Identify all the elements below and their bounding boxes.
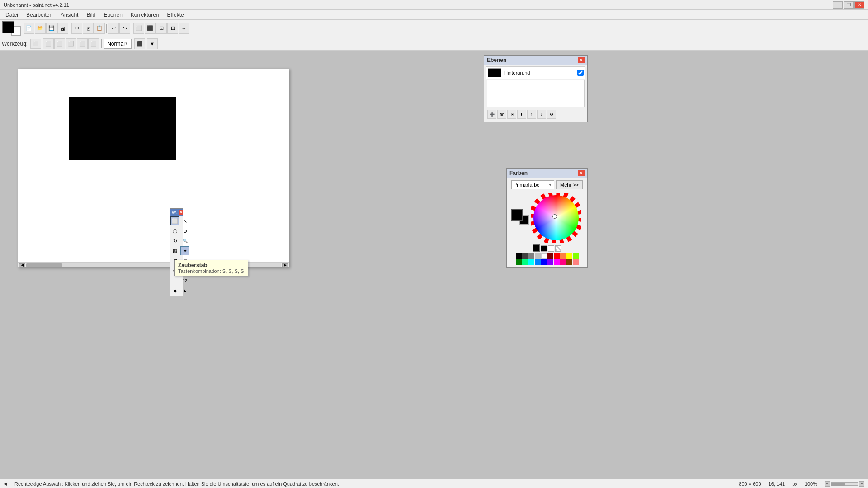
scroll-left-btn[interactable]: ◀ bbox=[19, 263, 25, 267]
tool-rectangle-select[interactable]: ⬜ bbox=[170, 216, 179, 225]
menu-bild[interactable]: Bild bbox=[83, 11, 99, 19]
swatch-gray[interactable] bbox=[528, 253, 534, 259]
swatch-yellow[interactable] bbox=[566, 253, 572, 259]
h-scrollbar[interactable]: ◀ ▶ bbox=[18, 262, 289, 267]
swatch-white[interactable] bbox=[541, 253, 547, 259]
swatch-red[interactable] bbox=[554, 253, 560, 259]
color-pick-btn[interactable]: ⬛ bbox=[134, 38, 145, 49]
black-swatch[interactable] bbox=[533, 244, 540, 252]
white-swatch[interactable] bbox=[548, 245, 554, 252]
tool-move[interactable]: ↖ bbox=[180, 216, 189, 225]
swatch-springgreen[interactable] bbox=[522, 259, 528, 265]
tool-zoom2[interactable]: 🔍 bbox=[180, 236, 189, 245]
black-swatch2[interactable] bbox=[541, 245, 547, 252]
tool-lasso[interactable]: ◯ bbox=[170, 226, 179, 235]
layer-dup-btn[interactable]: ⎘ bbox=[507, 110, 516, 119]
color-pick-btn2[interactable]: ▼ bbox=[147, 38, 158, 49]
foreground-color-box[interactable] bbox=[2, 21, 14, 33]
mehr-button[interactable]: Mehr >> bbox=[556, 180, 583, 189]
menu-effekte[interactable]: Effekte bbox=[164, 11, 188, 19]
paste-button[interactable]: 📋 bbox=[94, 23, 105, 34]
foreground-color[interactable] bbox=[511, 209, 523, 221]
swatch-green[interactable] bbox=[516, 259, 522, 265]
new-button[interactable]: 📄 bbox=[24, 23, 34, 34]
copy-button[interactable]: ⎘ bbox=[83, 23, 94, 34]
layer-up-btn[interactable]: ↑ bbox=[527, 110, 536, 119]
tool-numbers[interactable]: 12 bbox=[180, 276, 189, 285]
flip-h-button[interactable]: ↔ bbox=[179, 23, 189, 34]
colors-close-button[interactable]: ✕ bbox=[578, 170, 585, 176]
deselect-button[interactable]: ⬜ bbox=[133, 23, 144, 34]
scroll-right-btn[interactable]: ▶ bbox=[282, 263, 288, 267]
shape-opt4[interactable]: ⬜ bbox=[77, 38, 88, 49]
swatch-lime[interactable] bbox=[573, 253, 579, 259]
swatch-azure[interactable] bbox=[535, 259, 541, 265]
tool-rotate-zoom[interactable]: ↻ bbox=[170, 236, 179, 245]
swatch-magenta[interactable] bbox=[554, 259, 560, 265]
swatch-salmon[interactable] bbox=[573, 259, 579, 265]
layer-row[interactable]: Hintergrund bbox=[486, 66, 585, 79]
primary-select-box[interactable]: Primärfarbe ▼ bbox=[511, 180, 554, 189]
close-button[interactable]: ✕ bbox=[854, 1, 864, 9]
color-wheel-disc[interactable] bbox=[533, 195, 579, 240]
tool-size-box[interactable]: ⬜ bbox=[30, 39, 41, 49]
layer-props-btn[interactable]: ⚙ bbox=[547, 110, 556, 119]
scroll-left-indicator[interactable]: ◀ bbox=[4, 481, 7, 486]
color-wheel[interactable] bbox=[531, 193, 581, 243]
menu-datei[interactable]: Datei bbox=[2, 11, 22, 19]
layer-visibility-checkbox[interactable] bbox=[577, 70, 584, 76]
zoom-slider-thumb[interactable] bbox=[831, 483, 845, 486]
redo-button[interactable]: ↪ bbox=[119, 23, 130, 34]
menu-bearbeiten[interactable]: Bearbeiten bbox=[23, 11, 56, 19]
minimize-button[interactable]: ─ bbox=[833, 1, 843, 9]
resize-button[interactable]: ⊞ bbox=[167, 23, 178, 34]
layer-delete-btn[interactable]: 🗑 bbox=[497, 110, 506, 119]
tool-shape[interactable]: ◆ bbox=[170, 286, 179, 295]
swatch-darkgray[interactable] bbox=[522, 253, 528, 259]
swatch-lightgray[interactable] bbox=[535, 253, 541, 259]
tool-magic-wand[interactable]: ✦ bbox=[180, 246, 189, 255]
menu-ansicht[interactable]: Ansicht bbox=[57, 11, 82, 19]
open-button[interactable]: 📂 bbox=[35, 23, 46, 34]
tool-paintbucket[interactable]: ▨ bbox=[170, 246, 179, 255]
menu-korrekturen[interactable]: Korrekturen bbox=[127, 11, 163, 19]
mode-label: Normal bbox=[107, 41, 125, 47]
canvas-scroll-area[interactable]: ◀ ▶ bbox=[0, 51, 868, 482]
swatch-violet[interactable] bbox=[547, 259, 553, 265]
zoom-slider-track[interactable] bbox=[831, 482, 858, 486]
toolbox-close-button[interactable]: ✕ bbox=[179, 210, 183, 215]
mode-selector[interactable]: Normal ▼ bbox=[104, 39, 132, 49]
swatch-brown[interactable] bbox=[566, 259, 572, 265]
crop-button[interactable]: ⊡ bbox=[156, 23, 167, 34]
print-button[interactable]: 🖨 bbox=[57, 23, 68, 34]
layer-down-btn[interactable]: ↓ bbox=[537, 110, 546, 119]
cut-button[interactable]: ✂ bbox=[71, 23, 82, 34]
undo-button[interactable]: ↩ bbox=[108, 23, 119, 34]
swatch-blue[interactable] bbox=[541, 259, 547, 265]
zoom-out-btn[interactable]: − bbox=[825, 481, 830, 487]
swatch-maroon[interactable] bbox=[547, 253, 553, 259]
shape-opt5[interactable]: ⬜ bbox=[88, 38, 99, 49]
layer-add-btn[interactable]: ➕ bbox=[487, 110, 496, 119]
select-all-button[interactable]: ⬛ bbox=[145, 23, 156, 34]
tool-fill2[interactable]: ▲ bbox=[180, 286, 189, 295]
zoom-in-btn[interactable]: + bbox=[859, 481, 864, 487]
shape-opt1[interactable]: ⬜ bbox=[43, 38, 54, 49]
swatch-cyan[interactable] bbox=[528, 259, 534, 265]
swatch-black[interactable] bbox=[516, 253, 522, 259]
swatch-orange[interactable] bbox=[560, 253, 566, 259]
swatch-rose[interactable] bbox=[560, 259, 566, 265]
shape-opt3[interactable]: ⬜ bbox=[66, 38, 76, 49]
restore-button[interactable]: ❐ bbox=[844, 1, 854, 9]
color-selector-area[interactable] bbox=[2, 21, 21, 36]
toolbox-titlebar[interactable]: W... ✕ bbox=[170, 209, 183, 216]
transparent-swatch[interactable] bbox=[555, 245, 561, 252]
menu-ebenen[interactable]: Ebenen bbox=[100, 11, 126, 19]
save-button[interactable]: 💾 bbox=[46, 23, 57, 34]
shape-opt2[interactable]: ⬜ bbox=[54, 38, 65, 49]
layers-close-button[interactable]: ✕ bbox=[578, 57, 585, 63]
h-scroll-thumb[interactable] bbox=[26, 263, 62, 267]
tool-zoom[interactable]: ⊕ bbox=[180, 226, 189, 235]
layer-merge-btn[interactable]: ⬇ bbox=[517, 110, 526, 119]
tool-text[interactable]: T bbox=[170, 276, 179, 285]
